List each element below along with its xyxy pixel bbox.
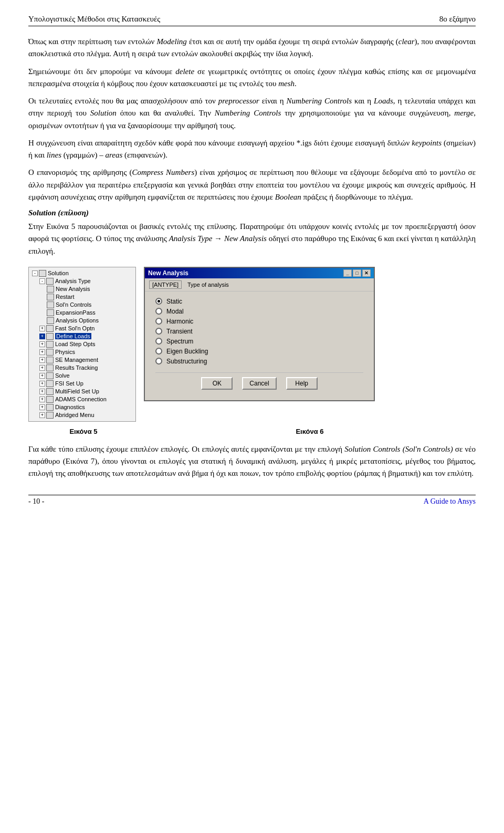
paragraph-4: Η συγχώνευση είναι απαραίτητη σχεδόν κάθ… (28, 137, 476, 162)
radio-label-eigen-buckling: Eigen Buckling (166, 348, 208, 355)
tree-label-abridged-menu: Abridged Menu (55, 412, 94, 418)
radio-circle-transient[interactable] (155, 328, 162, 335)
cancel-button[interactable]: Cancel (242, 377, 276, 390)
tree-root: - Solution (32, 269, 132, 277)
header-semester: 8ο εξάμηνο (439, 15, 476, 24)
tree-icon-physics (46, 349, 54, 356)
tree-icon-solve (46, 372, 54, 379)
radio-circle-static[interactable] (155, 298, 162, 305)
radio-substructuring[interactable]: Substructuring (155, 358, 363, 365)
radio-static[interactable]: Static (155, 298, 363, 305)
tree-label-diagnostics: Diagnostics (55, 404, 85, 410)
tree-label-se-management: SE Management (55, 357, 98, 363)
tree-physics[interactable]: + Physics (39, 348, 132, 356)
tree-expand-solve[interactable]: + (39, 373, 45, 379)
tree-label-analysis-type: Analysis Type (55, 278, 91, 284)
radio-circle-harmonic[interactable] (155, 318, 162, 325)
tree-abridged-menu[interactable]: + Abridged Menu (39, 411, 132, 419)
tree-label-adams-connection: ADAMS Connection (55, 396, 107, 402)
tree-expand-results-tracking[interactable]: + (39, 365, 45, 371)
dialog-title: New Analysis (148, 269, 188, 277)
tree-label-fsi-setup: FSI Set Up (55, 380, 83, 387)
radio-label-transient: Transient (166, 328, 193, 335)
help-button[interactable]: Help (286, 377, 318, 390)
footer-page-number: - 10 - (28, 497, 44, 506)
tree-multifield-setup[interactable]: + MultiField Set Up (39, 388, 132, 395)
tree-icon-multifield-setup (46, 388, 54, 395)
tree-label-define-loads: Define Loads (55, 333, 91, 339)
tree-solve[interactable]: + Solve (39, 372, 132, 380)
minimize-button[interactable]: _ (343, 269, 352, 277)
radio-circle-spectrum[interactable] (155, 338, 162, 345)
tree-icon-new-analysis (47, 286, 54, 293)
tree-expand-abridged-menu[interactable]: + (39, 412, 45, 418)
ok-button[interactable]: OK (201, 377, 233, 390)
tree-icon-abridged-menu (46, 412, 54, 419)
tree-analysis-options[interactable]: Analysis Options (47, 317, 132, 325)
tree-label-soln-controls: Sol'n Controls (56, 301, 91, 308)
tree-expand-analysis-type[interactable]: - (39, 278, 45, 284)
titlebar-buttons: _ □ ✕ (343, 269, 371, 277)
caption-fig5: Εικόνα 5 (28, 427, 139, 436)
figure6-container: New Analysis _ □ ✕ [ANTYPE] Type of anal… (144, 267, 476, 401)
tree-label-results-tracking: Results Tracking (55, 365, 98, 371)
tree-label-analysis-options: Analysis Options (56, 317, 99, 324)
tree-fsi-setup[interactable]: + FSI Set Up (39, 380, 132, 388)
tree-soln-controls[interactable]: Sol'n Controls (47, 301, 132, 309)
tree-label-solution: Solution (48, 270, 69, 276)
tree-icon-results-tracking (46, 365, 54, 371)
tree-adams-connection[interactable]: + ADAMS Connection (39, 395, 132, 403)
radio-label-substructuring: Substructuring (166, 358, 207, 365)
radio-spectrum[interactable]: Spectrum (155, 338, 363, 345)
closing-paragraph: Για κάθε τύπο επίλυσης έχουμε επιπλέον ε… (28, 443, 476, 480)
tree-expand-fast-soln[interactable]: + (39, 326, 45, 331)
tree-icon-soln-controls (47, 301, 54, 308)
tree-results-tracking[interactable]: + Results Tracking (39, 364, 132, 372)
tree-diagnostics[interactable]: + Diagnostics (39, 403, 132, 411)
tree-icon-fsi-setup (46, 380, 54, 387)
tree-label-new-analysis: New Analysis (56, 286, 90, 292)
tree-expand-fsi-setup[interactable]: + (39, 381, 45, 387)
tree-icon-expansion-pass (47, 309, 54, 316)
tree-icon-solution (39, 270, 46, 277)
close-button[interactable]: ✕ (362, 269, 371, 277)
tree-fast-soln[interactable]: + Fast Sol'n Optn (39, 325, 132, 332)
tree-expand-solution[interactable]: - (32, 270, 38, 276)
tree-icon-diagnostics (46, 404, 54, 411)
footer-guide: A Guide to Ansys (424, 497, 476, 506)
caption-fig6: Εικόνα 6 (144, 427, 476, 436)
radio-circle-modal[interactable] (155, 308, 162, 315)
tree-expansion-pass[interactable]: ExpansionPass (47, 309, 132, 317)
tree-label-expansion-pass: ExpansionPass (56, 309, 96, 316)
tree-expand-physics[interactable]: + (39, 349, 45, 355)
dialog-buttons: OK Cancel Help (155, 372, 363, 395)
tree-expand-se-management[interactable]: + (39, 357, 45, 363)
tree-se-management[interactable]: + SE Management (39, 356, 132, 364)
antype-text: Type of analysis (187, 282, 229, 288)
tree-expand-load-step-opts[interactable]: + (39, 341, 45, 347)
tree-expand-define-loads[interactable]: + (39, 334, 45, 339)
radio-circle-substructuring[interactable] (155, 358, 162, 365)
tree-icon-analysis-options (47, 317, 54, 324)
radio-circle-eigen-buckling[interactable] (155, 348, 162, 355)
dialog-antype-bar: [ANTYPE] Type of analysis (145, 278, 374, 291)
tree-label-fast-soln: Fast Sol'n Optn (55, 325, 94, 331)
paragraph-1: Όπως και στην περίπτωση των εντολών Mode… (28, 36, 476, 60)
tree-expand-adams-connection[interactable]: + (39, 397, 45, 402)
tree-expand-multifield-setup[interactable]: + (39, 389, 45, 394)
tree-icon-restart (47, 294, 54, 300)
radio-transient[interactable]: Transient (155, 328, 363, 335)
radio-harmonic[interactable]: Harmonic (155, 318, 363, 325)
radio-eigen-buckling[interactable]: Eigen Buckling (155, 348, 363, 355)
maximize-button[interactable]: □ (353, 269, 361, 277)
tree-load-step-opts[interactable]: + Load Step Opts (39, 340, 132, 348)
tree-expand-diagnostics[interactable]: + (39, 404, 45, 410)
figure5-container: - Solution - Analysis Type New Analysis … (28, 267, 139, 422)
tree-new-analysis[interactable]: New Analysis (47, 285, 132, 293)
dialog-titlebar: New Analysis _ □ ✕ (145, 268, 374, 278)
tree-icon-analysis-type (46, 278, 54, 285)
radio-modal[interactable]: Modal (155, 308, 363, 315)
tree-label-restart: Restart (56, 294, 74, 300)
tree-restart[interactable]: Restart (47, 293, 132, 301)
tree-define-loads[interactable]: + Define Loads (39, 332, 132, 340)
